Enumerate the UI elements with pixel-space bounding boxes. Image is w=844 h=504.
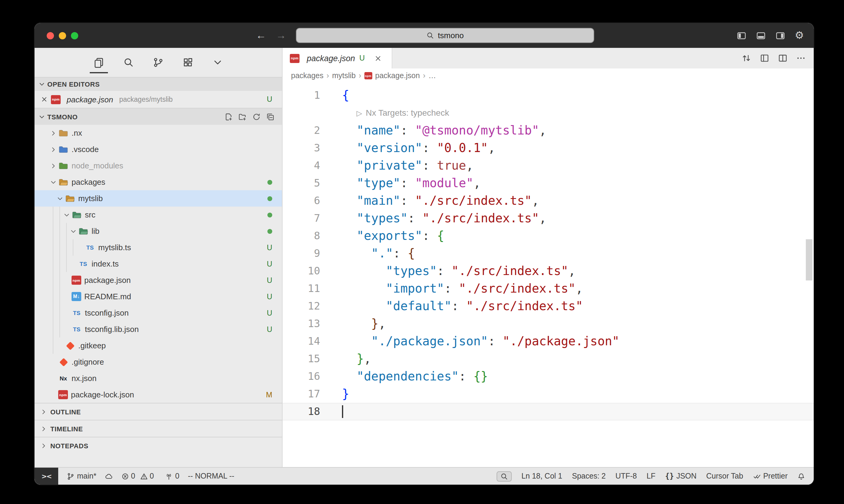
close-editor-button[interactable] [41,96,48,103]
tree-item-label: .vscode [71,145,99,154]
remote-indicator[interactable]: >< [35,468,58,485]
status-label: Ln 18, Col 1 [521,472,562,480]
tree-item-tsconfig.json[interactable]: TStsconfig.jsonU [35,305,282,321]
split-editor-button[interactable] [778,53,788,63]
toggle-layout-button[interactable] [760,53,770,63]
status-encoding[interactable]: UTF-8 [616,472,637,480]
tree-item-lib[interactable]: lib [35,223,282,239]
tree-item-.gitkeep[interactable]: .gitkeep [35,337,282,354]
panel-notepads[interactable]: NOTEPADS [35,437,282,454]
minimize-window-button[interactable] [59,32,66,39]
history-forward-button[interactable]: → [276,23,286,48]
tree-item-package.json[interactable]: npmpackage.jsonU [35,272,282,288]
editor-scrollbar-thumb[interactable] [806,239,812,281]
screen: ← → tsmono ⚙ OPEN EDITORS npmpackage.jso… [0,0,844,504]
panel-timeline[interactable]: TIMELINE [35,420,282,437]
close-window-button[interactable] [47,32,54,39]
codelens[interactable]: ▷Nx Targets: typecheck [282,104,814,122]
activity-tab-more[interactable] [211,55,224,70]
code-editor[interactable]: 1{▷Nx Targets: typecheck2 "name": "@tsmo… [282,83,814,467]
toggle-panel-button[interactable] [756,31,766,40]
code-line-8[interactable]: 8 "exports": { [282,227,814,245]
status-cursor-position[interactable]: Ln 18, Col 1 [521,472,562,480]
code-line-13[interactable]: 13 }, [282,315,814,332]
tree-item-index.ts[interactable]: TSindex.tsU [35,256,282,272]
close-tab-button[interactable] [374,54,382,62]
chevron-down-icon [38,113,46,120]
tree-item-src[interactable]: src [35,206,282,223]
new-folder-button[interactable] [238,112,247,121]
open-editor-item[interactable]: npmpackage.jsonpackages/mytslibU [35,91,282,108]
status-publish[interactable] [105,472,113,480]
git-status-badge: U [267,325,272,334]
new-file-button[interactable] [224,112,233,121]
code-line-16[interactable]: 16 "dependencies": {} [282,368,814,385]
code-line-12[interactable]: 12 "default": "./src/index.ts" [282,298,814,315]
tree-item-mytslib.ts[interactable]: TSmytslib.tsU [35,239,282,256]
tree-item-.vscode[interactable]: .vscode [35,141,282,158]
code-line-6[interactable]: 6 "main": "./src/index.ts", [282,192,814,210]
history-back-button[interactable]: ← [256,23,266,48]
activity-tab-search[interactable] [122,55,135,70]
tree-item-tsconfig.lib.json[interactable]: TStsconfig.lib.jsonU [35,321,282,337]
status-indentation[interactable]: Spaces: 2 [572,472,606,480]
toggle-secondary-sidebar-button[interactable] [775,31,785,40]
open-editors-header[interactable]: OPEN EDITORS [35,77,282,91]
code-line-4[interactable]: 4 "private": true, [282,157,814,175]
status-zoom[interactable] [497,471,512,481]
breadcrumb-separator: › [359,71,361,80]
code-line-5[interactable]: 5 "type": "module", [282,175,814,192]
code-line-10[interactable]: 10 "types": "./src/index.ts", [282,262,814,280]
tab-package-json[interactable]: npmpackage.jsonU [282,48,392,69]
tree-item-node_modules[interactable]: node_modules [35,158,282,174]
line-number: 12 [282,298,320,315]
tree-item-mytslib[interactable]: mytslib [35,190,282,206]
code-line-9[interactable]: 9 ".": { [282,245,814,262]
code-line-14[interactable]: 14 "./package.json": "./package.json" [282,332,814,350]
open-changes-button[interactable] [742,53,751,63]
breadcrumb-item[interactable]: mytslib [332,71,356,80]
more-actions-button[interactable] [796,53,806,63]
code-line-7[interactable]: 7 "types": "./src/index.ts", [282,210,814,227]
tree-item-packages[interactable]: packages [35,174,282,190]
breadcrumb-item[interactable]: npmpackage.json [364,71,420,80]
code-line-15[interactable]: 15 }, [282,350,814,368]
status-formatter[interactable]: Prettier [753,472,788,480]
modified-dot [268,212,272,217]
collapse-all-button[interactable] [266,112,275,121]
code-line-11[interactable]: 11 "import": "./src/index.ts", [282,280,814,298]
tree-item-package-lock.json[interactable]: npmpackage-lock.jsonM [35,386,282,403]
status-problems[interactable]: 00 [121,472,156,480]
chevron-icon [56,195,63,202]
code-line-1[interactable]: 1{ [282,87,814,104]
status-notifications[interactable] [797,472,805,480]
code-line-3[interactable]: 3 "version": "0.0.1", [282,139,814,157]
status-ports[interactable]: 0 [165,472,179,480]
explorer-section-header[interactable]: TSMONO [35,108,282,125]
command-center-search[interactable]: tsmono [296,28,594,43]
tree-item-label: mytslib.ts [98,243,131,252]
status-vim-mode[interactable]: -- NORMAL -- [188,472,234,480]
tree-item-nx.json[interactable]: Nxnx.json [35,370,282,386]
toggle-primary-sidebar-button[interactable] [737,31,746,40]
tree-item-README.md[interactable]: M↓README.mdU [35,288,282,305]
breadcrumb-item[interactable]: packages [291,71,324,80]
tree-item-.gitignore[interactable]: .gitignore [35,354,282,370]
code-line-17[interactable]: 17} [282,385,814,403]
settings-button[interactable]: ⚙ [795,30,804,41]
status-branch[interactable]: main* [67,472,97,480]
panel-outline[interactable]: OUTLINE [35,403,282,420]
refresh-button[interactable] [252,112,261,121]
breadcrumb-item[interactable]: … [428,71,436,80]
codelens-label: Nx Targets: typecheck [366,104,449,122]
code-line-18[interactable]: 18 [282,403,814,420]
activity-tab-explorer[interactable] [92,55,105,70]
maximize-window-button[interactable] [71,32,78,39]
tree-item-.nx[interactable]: .nx [35,125,282,141]
activity-tab-source-control[interactable] [152,55,165,70]
code-line-2[interactable]: 2 "name": "@tsmono/mytslib", [282,122,814,139]
status-cursor-tab[interactable]: Cursor Tab [706,472,743,480]
status-language-mode[interactable]: {}JSON [665,472,697,480]
activity-tab-extensions[interactable] [181,55,195,70]
status-eol[interactable]: LF [647,472,655,480]
